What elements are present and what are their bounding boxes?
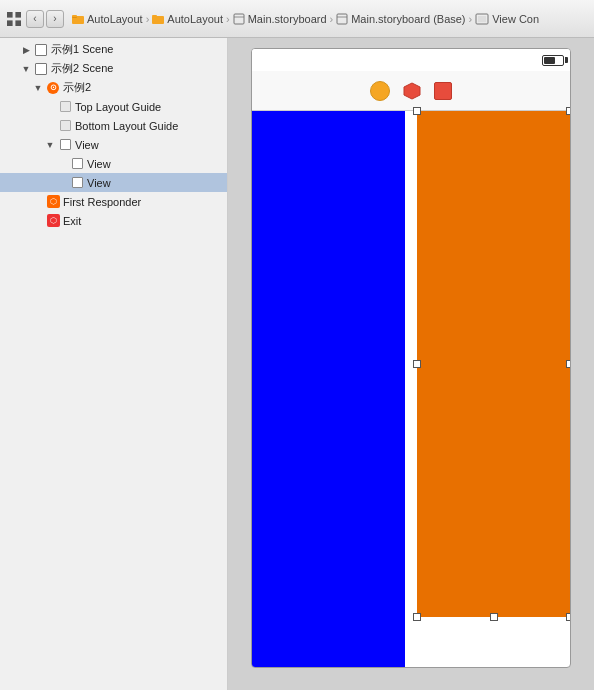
main-layout: 示例1 Scene 示例2 Scene ⊙ 示例2 Top Layout Gui… <box>0 38 594 690</box>
breadcrumb-item-mainstoryboard-base[interactable]: Main.storyboard (Base) <box>336 13 465 25</box>
disclosure-scene2[interactable] <box>20 63 32 75</box>
scene2-label: 示例2 Scene <box>51 61 113 76</box>
top-layout-guide-icon <box>58 100 72 114</box>
exit-icon: ⬡ <box>46 214 60 228</box>
breadcrumb-item-mainstoryboard[interactable]: Main.storyboard <box>233 13 327 25</box>
svg-rect-6 <box>72 15 77 17</box>
nav-arrows[interactable]: ‹ › <box>26 10 64 28</box>
sidebar-item-view-parent[interactable]: View <box>0 135 227 154</box>
bottom-layout-guide-icon <box>58 119 72 133</box>
example2-label: 示例2 <box>63 80 91 95</box>
forward-arrow[interactable]: › <box>46 10 64 28</box>
storyboard-base-icon <box>336 13 348 25</box>
handle-bottom-right[interactable] <box>566 613 571 621</box>
view-parent-label: View <box>75 139 99 151</box>
sidebar-item-scene2[interactable]: 示例2 Scene <box>0 59 227 78</box>
folder-icon <box>72 13 84 25</box>
scene1-label: 示例1 Scene <box>51 42 113 57</box>
sidebar-item-exit[interactable]: ⬡ Exit <box>0 211 227 230</box>
bottom-layout-guide-label: Bottom Layout Guide <box>75 120 178 132</box>
sidebar-item-bottom-layout-guide[interactable]: Bottom Layout Guide <box>0 116 227 135</box>
breadcrumb-label: AutoLayout <box>87 13 143 25</box>
handle-top-left[interactable] <box>413 107 421 115</box>
top-layout-guide-label: Top Layout Guide <box>75 101 161 113</box>
svg-rect-0 <box>7 12 13 18</box>
scene1-icon <box>34 43 48 57</box>
iphone-status-bar <box>252 49 570 71</box>
grid-icon <box>6 11 22 27</box>
svg-rect-9 <box>234 14 244 24</box>
disclosure-example2[interactable] <box>32 82 44 94</box>
sidebar-item-view-child1[interactable]: View <box>0 154 227 173</box>
battery-fill <box>544 57 555 64</box>
red-toolbar-icon1[interactable] <box>402 81 422 101</box>
breadcrumb: AutoLayout › AutoLayout › Main.storyboar… <box>72 13 539 25</box>
orange-toolbar-button[interactable] <box>370 81 390 101</box>
breadcrumb-item-autolayout2[interactable]: AutoLayout <box>152 13 223 25</box>
view-child1-icon <box>70 157 84 171</box>
battery-icon <box>542 55 564 66</box>
disclosure-scene1[interactable] <box>20 44 32 56</box>
orange-view[interactable] <box>417 111 570 617</box>
sidebar: 示例1 Scene 示例2 Scene ⊙ 示例2 Top Layout Gui… <box>0 38 228 690</box>
back-arrow[interactable]: ‹ <box>26 10 44 28</box>
canvas-area <box>228 38 594 690</box>
viewcon-icon <box>475 13 489 25</box>
sidebar-item-view-child2[interactable]: View <box>0 173 227 192</box>
view-parent-icon <box>58 138 72 152</box>
handle-mid-left[interactable] <box>413 360 421 368</box>
disclosure-view-parent[interactable] <box>44 139 56 151</box>
breadcrumb-item-autolayout1[interactable]: AutoLayout <box>72 13 143 25</box>
breadcrumb-label4: Main.storyboard (Base) <box>351 13 465 25</box>
handle-top-right[interactable] <box>566 107 571 115</box>
toolbar-breadcrumb: ‹ › AutoLayout › AutoLayout › M <box>0 0 594 38</box>
handle-bottom-mid[interactable] <box>490 613 498 621</box>
breadcrumb-label3: Main.storyboard <box>248 13 327 25</box>
iphone-toolbar <box>252 71 570 111</box>
breadcrumb-label5: View Con <box>492 13 539 25</box>
sidebar-item-example2[interactable]: ⊙ 示例2 <box>0 78 227 97</box>
view-child2-label: View <box>87 177 111 189</box>
svg-rect-11 <box>337 14 347 24</box>
svg-rect-7 <box>152 16 164 24</box>
sidebar-item-top-layout-guide[interactable]: Top Layout Guide <box>0 97 227 116</box>
first-responder-icon: ⬡ <box>46 195 60 209</box>
breadcrumb-label2: AutoLayout <box>167 13 223 25</box>
iphone-content <box>252 111 570 667</box>
folder-icon2 <box>152 13 164 25</box>
handle-bottom-left[interactable] <box>413 613 421 621</box>
red-toolbar-icon2[interactable] <box>434 82 452 100</box>
sidebar-item-first-responder[interactable]: ⬡ First Responder <box>0 192 227 211</box>
svg-marker-15 <box>404 83 420 99</box>
storyboard-icon <box>233 13 245 25</box>
first-responder-label: First Responder <box>63 196 141 208</box>
view-child1-label: View <box>87 158 111 170</box>
svg-rect-1 <box>15 12 21 18</box>
exit-label: Exit <box>63 215 81 227</box>
sidebar-item-scene1[interactable]: 示例1 Scene <box>0 40 227 59</box>
svg-rect-14 <box>478 16 486 22</box>
svg-rect-3 <box>15 20 21 26</box>
view-child2-icon <box>70 176 84 190</box>
example2-icon: ⊙ <box>46 81 60 95</box>
iphone-frame[interactable] <box>251 48 571 668</box>
svg-rect-2 <box>7 20 13 26</box>
blue-view[interactable] <box>252 111 405 667</box>
svg-rect-8 <box>152 15 157 17</box>
handle-mid-right[interactable] <box>566 360 571 368</box>
breadcrumb-item-viewcon[interactable]: View Con <box>475 13 539 25</box>
scene2-icon <box>34 62 48 76</box>
